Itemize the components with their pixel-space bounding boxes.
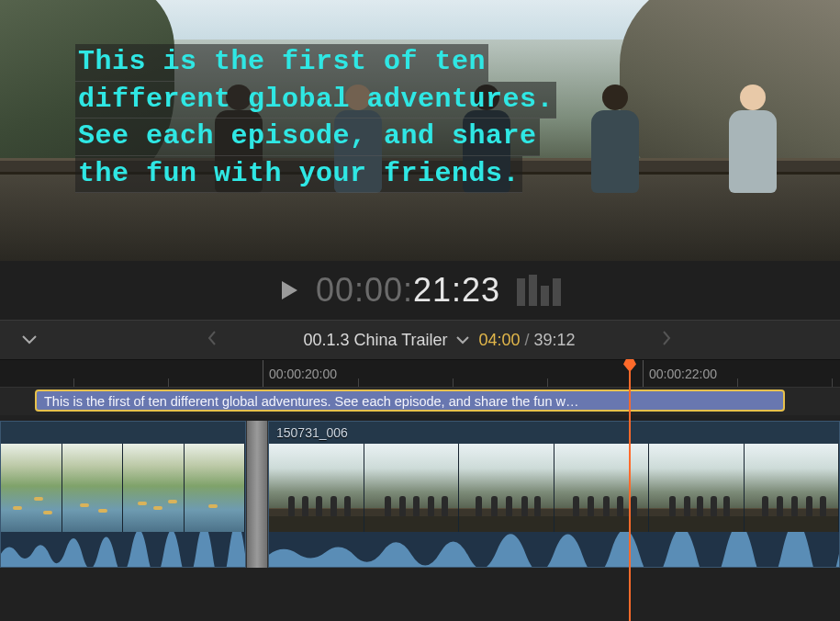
playhead[interactable] — [629, 360, 631, 621]
timecode-hours-minutes: 00:00: — [316, 271, 413, 309]
audio-waveform[interactable] — [1, 532, 245, 567]
ruler-tick: 00:00:20:00 — [263, 360, 337, 387]
title-line[interactable]: This is the first of ten — [75, 44, 488, 82]
sequence-menu-chevron-icon[interactable] — [456, 332, 469, 348]
video-clip[interactable] — [0, 421, 246, 568]
play-button[interactable] — [279, 279, 299, 301]
viewer-panel: This is the first of ten different globa… — [0, 0, 840, 261]
timecode-seconds-frames: 21:23 — [413, 271, 500, 309]
transport-bar: 00:00:21:23 — [0, 261, 840, 320]
video-clip[interactable]: 150731_006 — [268, 421, 840, 568]
primary-storyline[interactable]: 150731_006 — [0, 421, 840, 568]
transition-handle[interactable] — [246, 421, 268, 568]
history-forward-button[interactable] — [655, 327, 678, 353]
caption-clip[interactable]: This is the first of ten different globa… — [35, 390, 785, 412]
timeline[interactable]: 00:00:20:00 00:00:22:00 This is the firs… — [0, 360, 840, 621]
title-text-overlay[interactable]: This is the first of ten different globa… — [75, 44, 812, 193]
title-line[interactable]: different global adventures. — [75, 82, 556, 119]
title-line[interactable]: See each episode, and share — [75, 119, 540, 156]
history-back-button[interactable] — [200, 327, 224, 353]
total-duration: 39:12 — [534, 331, 576, 349]
timecode-display[interactable]: 00:00:21:23 — [316, 271, 500, 310]
duration-separator: / — [521, 331, 534, 349]
clip-name-label: 150731_006 — [276, 425, 348, 440]
audio-meters[interactable] — [517, 275, 561, 306]
selection-duration: 04:00 — [478, 331, 520, 349]
ruler-tick: 00:00:22:00 — [643, 360, 717, 387]
title-line[interactable]: the fun with your friends. — [75, 156, 522, 194]
audio-waveform[interactable] — [269, 532, 839, 567]
ruler-tick-label: 00:00:20:00 — [269, 367, 337, 381]
timeline-view-menu[interactable] — [15, 328, 44, 352]
sequence-name[interactable]: 00.1.3 China Trailer — [303, 331, 447, 350]
caption-track[interactable]: This is the first of ten different globa… — [0, 388, 840, 415]
timeline-ruler[interactable]: 00:00:20:00 00:00:22:00 — [0, 360, 840, 388]
ruler-tick-label: 00:00:22:00 — [649, 367, 717, 381]
timeline-header: 00.1.3 China Trailer 04:00 / 39:12 — [0, 320, 840, 360]
